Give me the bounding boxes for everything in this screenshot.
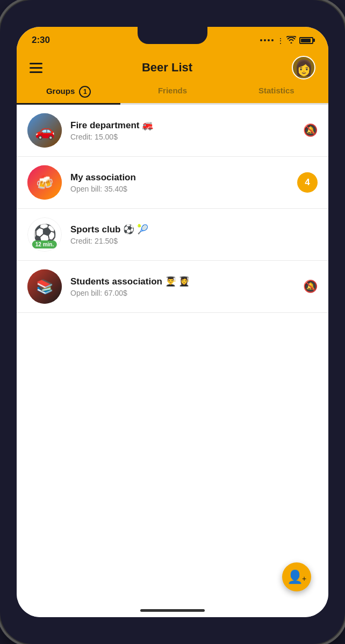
status-time: 2:30: [32, 35, 50, 46]
group-sub-1: Credit: 15.00$: [70, 133, 298, 141]
phone-frame: 2:30 ⋮: [0, 0, 345, 644]
group-avatar-3: ⚽ 12 min.: [27, 217, 62, 252]
group-action-1[interactable]: 🔕: [303, 123, 318, 137]
group-action-2[interactable]: 4: [297, 172, 318, 193]
group-sub-3: Credit: 21.50$: [70, 237, 312, 245]
time-badge-3: 12 min.: [32, 240, 57, 248]
menu-button[interactable]: [30, 63, 42, 73]
group-name-3: Sports club ⚽ 🎾: [70, 224, 312, 235]
group-info-3: Sports club ⚽ 🎾 Credit: 21.50$: [70, 224, 312, 245]
group-sub-4: Open bill: 67.00$: [70, 289, 298, 297]
group-avatar-2: 🍻: [27, 165, 62, 200]
user-avatar[interactable]: 👩: [292, 56, 315, 79]
tab-bar: Groups 1 Friends Statistics: [17, 79, 328, 105]
battery-icon: [299, 37, 313, 44]
group-name-4: Students association 👨‍🎓 👩‍🎓: [70, 276, 298, 287]
list-item[interactable]: 🚗 Fire department 🚒 Credit: 15.00$ 🔕: [17, 105, 328, 157]
tab-groups-label: Groups: [46, 86, 75, 96]
add-group-fab[interactable]: 👤+: [282, 562, 311, 591]
group-name-1: Fire department 🚒: [70, 120, 298, 131]
signal-icon: [260, 39, 274, 41]
home-indicator: [140, 609, 205, 612]
tab-groups[interactable]: Groups 1: [17, 86, 120, 105]
wifi-icon: ⋮: [277, 36, 296, 45]
group-info-2: My association Open bill: 35.40$: [70, 172, 292, 193]
group-info-4: Students association 👨‍🎓 👩‍🎓 Open bill: …: [70, 276, 298, 297]
tab-statistics[interactable]: Statistics: [225, 86, 328, 103]
notch: [138, 27, 207, 44]
tab-friends[interactable]: Friends: [120, 86, 224, 103]
tab-friends-label: Friends: [158, 86, 187, 95]
group-avatar-1: 🚗: [27, 113, 62, 148]
bell-off-icon-4: 🔕: [303, 280, 318, 293]
status-icons: ⋮: [260, 36, 313, 45]
tab-groups-badge: 1: [79, 86, 91, 98]
group-avatar-4: 📚: [27, 269, 62, 304]
list-item[interactable]: 🍻 My association Open bill: 35.40$ 4: [17, 157, 328, 209]
notification-badge-2: 4: [297, 172, 318, 193]
group-info-1: Fire department 🚒 Credit: 15.00$: [70, 120, 298, 141]
list-item[interactable]: 📚 Students association 👨‍🎓 👩‍🎓 Open bill…: [17, 261, 328, 313]
add-person-icon: 👤+: [287, 569, 306, 584]
tab-statistics-label: Statistics: [258, 86, 294, 95]
group-sub-2: Open bill: 35.40$: [70, 185, 292, 193]
app-header: Beer List 👩: [17, 50, 328, 79]
header-title: Beer List: [142, 61, 192, 75]
bell-off-icon-1: 🔕: [303, 123, 318, 137]
group-name-2: My association: [70, 172, 292, 183]
groups-list: 🚗 Fire department 🚒 Credit: 15.00$ 🔕 🍻 M…: [17, 105, 328, 617]
group-action-4[interactable]: 🔕: [303, 280, 318, 294]
phone-screen: 2:30 ⋮: [17, 27, 328, 617]
list-item[interactable]: ⚽ 12 min. Sports club ⚽ 🎾 Credit: 21.50$: [17, 209, 328, 261]
